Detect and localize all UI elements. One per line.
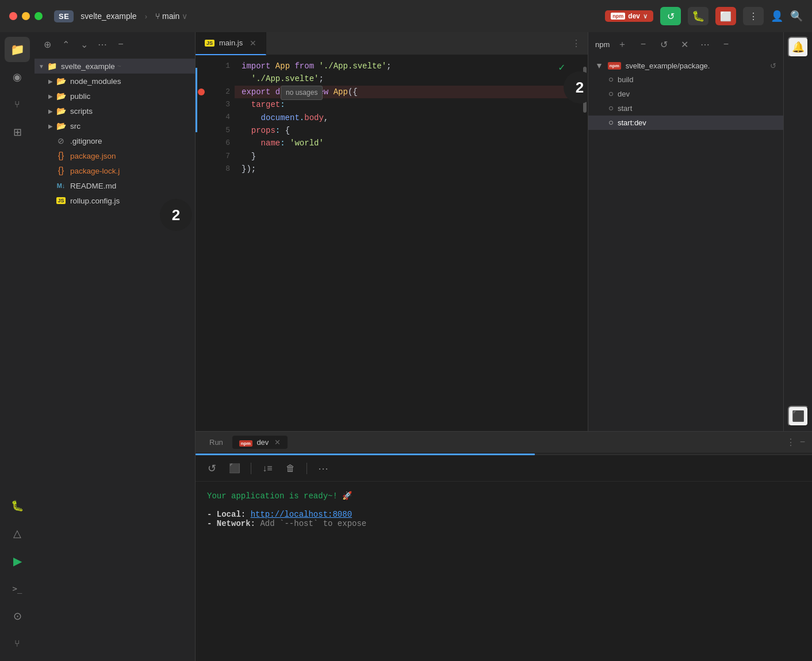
more-options-sidebar-button[interactable]: ⋯	[94, 36, 110, 52]
npm-script-start[interactable]: start	[588, 101, 783, 116]
node-modules-folder-icon: 📂	[55, 75, 67, 87]
search-icon[interactable]: 🔍	[790, 10, 803, 22]
npm-more-button[interactable]: ⋯	[697, 36, 713, 52]
right-layout-button[interactable]: ⬛	[788, 406, 809, 426]
line-num-1: 1	[207, 60, 230, 72]
close-button[interactable]	[9, 12, 17, 20]
dev-badge[interactable]: npm dev ∨	[605, 10, 653, 22]
rerun-button[interactable]: ↺	[202, 459, 221, 478]
folder-icon: 📁	[10, 43, 25, 56]
sidebar-item-source-control[interactable]: ◉	[5, 64, 30, 90]
code-line-5: props : {	[235, 124, 582, 137]
scripts-label: scripts	[70, 107, 93, 116]
node-modules-arrow: ▶	[46, 76, 55, 86]
tree-item-readme[interactable]: ▶ M↓ README.md	[35, 178, 195, 193]
tab-dev[interactable]: npm dev ✕	[232, 436, 288, 449]
bottom-tab-actions: ⋮ −	[786, 437, 805, 448]
npm-script-dev[interactable]: dev	[588, 87, 783, 101]
tab-close-button[interactable]: ✕	[250, 39, 256, 47]
copilot-button[interactable]: ↺	[660, 7, 681, 25]
collapse-button[interactable]: ⌃	[58, 36, 74, 52]
bottom-more-icon[interactable]: ⋮	[786, 437, 795, 448]
npm-refresh-button[interactable]: ↺	[656, 36, 672, 52]
tree-item-package-lock[interactable]: ▶ {} package-lock.j	[35, 163, 195, 178]
npm-add-button[interactable]: ＋	[614, 36, 630, 52]
tree-item-rollup[interactable]: ▶ JS rollup.config.js	[35, 193, 195, 208]
sidebar-item-git[interactable]: ⑂	[5, 631, 30, 656]
person-icon[interactable]: 👤	[771, 10, 783, 22]
content-area: 2 ⊕ ⌃ ⌄ ⋯ − ▼ 📁 svelte_example ~	[35, 32, 812, 661]
sidebar-item-extensions[interactable]: ⊞	[5, 120, 30, 145]
code-line-7: }	[235, 150, 582, 163]
file-tree: ▼ 📁 svelte_example ~ ▶ 📂 node_modules ▶ …	[35, 56, 195, 661]
scripts-arrow: ▶	[46, 106, 55, 116]
more-options-button[interactable]: ⋮	[743, 7, 764, 25]
npm-title: npm	[595, 40, 610, 49]
tab-main-js[interactable]: JS main.js ✕	[196, 32, 266, 55]
line-num-8: 8	[207, 163, 230, 175]
npm-minus-button[interactable]: −	[635, 36, 651, 52]
tab-run[interactable]: Run	[202, 436, 230, 449]
sidebar-item-debug[interactable]: 🐛	[5, 493, 30, 518]
more-bottom-button[interactable]: ⋯	[314, 459, 332, 478]
local-label: - Local:	[207, 510, 246, 519]
branch-name[interactable]: ⑂ main ∨	[155, 11, 187, 21]
npm-root-item[interactable]: ▼ npm svelte_example/package. ↺	[588, 59, 783, 72]
right-bell-button[interactable]: 🔔	[788, 37, 809, 57]
sidebar-item-run[interactable]: ▶	[5, 548, 30, 574]
toolbar-separator-2	[307, 463, 307, 474]
line-num-blank	[207, 72, 230, 85]
npm-collapse-button[interactable]: −	[718, 36, 734, 52]
dev-tab-close[interactable]: ✕	[274, 438, 281, 447]
sidebar-item-branches[interactable]: ⑂	[5, 92, 30, 117]
tree-item-scripts[interactable]: ▶ 📂 scripts	[35, 103, 195, 118]
sidebar-item-explorer[interactable]: 📁	[5, 37, 30, 62]
src-label: src	[70, 122, 81, 130]
npm-script-start-dev[interactable]: start:dev	[588, 116, 783, 130]
sort-button[interactable]: ↓≡	[258, 459, 277, 478]
tree-item-node-modules[interactable]: ▶ 📂 node_modules	[35, 74, 195, 89]
public-folder-icon: 📂	[55, 90, 67, 102]
code-line-3: target :	[235, 98, 582, 111]
project-name[interactable]: svelte_example	[81, 11, 136, 21]
stop-button[interactable]: ⬛	[225, 459, 244, 478]
tree-root-item[interactable]: ▼ 📁 svelte_example ~	[35, 59, 195, 74]
bottom-toolbar: ↺ ⬛ ↓≡ 🗑 ⋯	[196, 455, 812, 482]
sidebar-item-alerts[interactable]: ⊙	[5, 604, 30, 629]
terminal-network-line: - Network: Add `--host` to expose	[207, 519, 800, 528]
code-editor[interactable]: ✓ import App from './App.svelte' ;	[235, 55, 582, 431]
tree-item-src[interactable]: ▶ 📂 src	[35, 118, 195, 133]
package-lock-icon: {}	[55, 165, 67, 176]
sidebar-toolbar: ⊕ ⌃ ⌄ ⋯ −	[35, 32, 195, 56]
sidebar-item-notifications[interactable]: △	[5, 521, 30, 546]
delete-button[interactable]: 🗑	[281, 459, 300, 478]
editor-tabs: JS main.js ✕ ⋮	[196, 32, 588, 55]
editor-more-icon[interactable]: ⋮	[572, 38, 581, 49]
package-json-icon: {}	[55, 150, 67, 162]
tree-item-public[interactable]: ▶ 📂 public	[35, 89, 195, 103]
npm-script-build[interactable]: build	[588, 72, 783, 87]
tree-item-gitignore[interactable]: ▶ ⊘ .gitignore	[35, 133, 195, 148]
src-arrow: ▶	[46, 121, 55, 130]
editor-scrollbar[interactable]	[582, 55, 588, 431]
tree-item-package-json[interactable]: ▶ {} package.json	[35, 148, 195, 163]
editor-tab-actions: ⋮	[572, 38, 588, 49]
minimize-sidebar-button[interactable]: −	[113, 36, 129, 52]
code-line-2: export default new App ({ no usages	[235, 86, 582, 98]
window-layout-button[interactable]: ⬜	[715, 7, 736, 25]
expand-button[interactable]: ⌄	[76, 36, 92, 52]
editor-content: 1 2 3 4 5 6 7 8 ✓	[196, 55, 588, 431]
minimize-button[interactable]	[22, 12, 30, 20]
npm-stop-button[interactable]: ✕	[676, 36, 692, 52]
npm-toolbar: npm ＋ − ↺ ✕ ⋯ −	[588, 32, 783, 56]
debug-icon-button[interactable]: 🐛	[688, 7, 708, 25]
branch-icon: ⑂	[14, 99, 20, 110]
main-layout: 📁 ◉ ⑂ ⊞ 🐛 △ ▶ >_ ⊙ ⑂ 2	[0, 32, 812, 661]
maximize-button[interactable]	[35, 12, 43, 20]
bottom-minimize-icon[interactable]: −	[800, 437, 805, 448]
local-url-link[interactable]: http://localhost:8080	[251, 510, 352, 519]
npm-root-icon: npm	[608, 62, 621, 70]
new-file-button[interactable]: ⊕	[39, 36, 55, 52]
sidebar-item-terminal[interactable]: >_	[5, 576, 30, 601]
terminal-content: Your application is ready~! 🚀 - Local: h…	[196, 482, 812, 661]
